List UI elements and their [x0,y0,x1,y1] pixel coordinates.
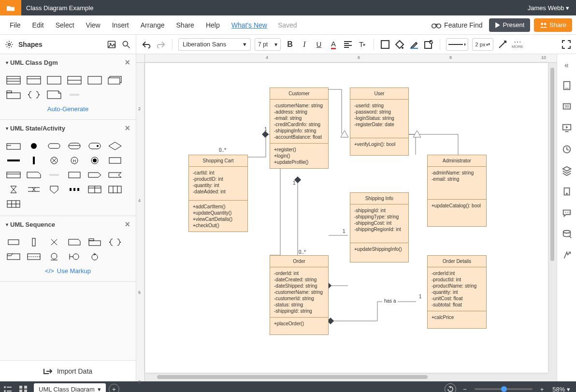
outline-view-icon[interactable] [0,386,15,392]
shape-terminate[interactable] [46,156,62,165]
shape-note[interactable] [46,90,62,100]
shape-braces[interactable] [26,90,42,100]
gear-icon[interactable] [5,40,14,49]
shape-braces2[interactable] [107,237,123,247]
menu-file[interactable]: File [4,21,27,29]
shape-boundary[interactable] [67,252,82,261]
auto-generate-link[interactable]: Auto-Generate [6,105,130,113]
history-icon[interactable] [562,144,572,155]
scrollbar-horizontal[interactable] [145,375,542,380]
shape-frame[interactable] [6,252,21,261]
shape-alt[interactable] [26,252,42,261]
shape-bar-h[interactable] [6,156,21,165]
share-button[interactable]: Share [534,18,572,32]
panel-head-class[interactable]: ▾UML Class Dgm× [0,54,136,71]
shape-options-button[interactable] [423,39,434,50]
menu-view[interactable]: View [80,21,106,29]
shape-bar-v[interactable] [26,156,42,165]
shape-rect2[interactable] [87,75,102,85]
shape[interactable] [6,237,21,247]
undo-button[interactable] [141,39,152,50]
grid-view-icon[interactable] [15,386,31,392]
shape-receive[interactable] [107,170,123,180]
shape-state3[interactable] [87,141,102,151]
shape-hourglass[interactable] [6,185,21,194]
import-data-button[interactable]: Import Data [0,360,136,381]
close-icon[interactable]: × [125,219,130,230]
fill-button[interactable] [394,39,405,50]
chat-icon[interactable] [562,208,572,218]
shape-rect[interactable] [46,75,62,85]
align-button[interactable] [343,39,353,50]
bold-button[interactable]: B [285,39,295,50]
layers-icon[interactable] [562,165,572,176]
shape-decision[interactable] [107,141,123,151]
revision-button[interactable] [445,383,456,392]
document-title[interactable]: Class Diagram Example [21,4,93,12]
shape-send[interactable] [87,170,102,180]
panel-head-sequence[interactable]: ▾UML Sequence× [0,216,136,232]
page-tab[interactable]: UML Class Diagram▾ [34,383,106,392]
shape-activation[interactable] [26,237,42,247]
text-options-button[interactable]: T▸ [357,39,368,50]
comments-icon[interactable]: 99 [562,102,572,112]
menu-arrange[interactable]: Arrange [135,21,171,29]
menu-insert[interactable]: Insert [106,21,135,29]
shape-package[interactable] [6,90,21,100]
shape-style-button[interactable] [380,39,390,50]
shape-text2[interactable] [46,170,62,180]
collapse-panel-button[interactable]: « [564,61,569,70]
search-icon[interactable] [121,40,131,49]
line-style-select[interactable] [446,38,468,51]
shape-rect4[interactable] [67,170,82,180]
menu-share[interactable]: Share [171,21,200,29]
shape-history[interactable]: H [67,156,82,165]
menu-whats-new[interactable]: What's New [226,21,273,29]
present-button[interactable]: Present [489,18,530,32]
zoom-slider[interactable] [475,388,533,390]
shape-interface[interactable] [67,75,82,85]
shape-merge[interactable] [26,185,42,194]
panel-head-state[interactable]: ▾UML State/Activity× [0,120,136,136]
close-icon[interactable]: × [125,123,130,133]
border-color-button[interactable] [409,39,419,50]
actions-icon[interactable] [562,250,572,261]
zoom-in-button[interactable]: + [537,386,547,392]
shape-control[interactable] [87,252,102,261]
shape-constraint[interactable] [67,185,82,194]
add-page-button[interactable]: + [109,384,119,392]
fullscreen-button[interactable] [562,40,571,49]
redo-button[interactable] [156,39,166,50]
app-logo[interactable] [0,0,21,15]
class-shopping-cart[interactable]: Shopping Cart -cartId: int-productID: in… [188,155,248,232]
shape-initial[interactable] [26,141,42,151]
shape-package2[interactable] [87,237,102,247]
shape-rect3[interactable] [107,156,123,165]
shape-class[interactable] [6,75,21,85]
font-select[interactable]: Liberation Sans▾ [178,38,251,51]
shape-note3[interactable] [67,237,82,247]
shape-table[interactable] [87,185,102,194]
zoom-out-button[interactable]: − [460,386,470,392]
shape-state[interactable] [46,141,62,151]
zoom-level[interactable]: 58% ▾ [547,386,576,392]
underline-button[interactable]: U [314,39,324,50]
shape-state2[interactable] [67,141,82,151]
user-menu[interactable]: James Webb ▾ [528,4,576,12]
menu-help[interactable]: Help [200,21,226,29]
shape[interactable] [6,170,21,180]
class-order[interactable]: Order -orderId: int-dateCreated: string-… [270,255,329,335]
more-button[interactable]: ⋯MORE [512,40,523,49]
shape-note2[interactable] [26,170,42,180]
shape-final[interactable] [87,156,102,165]
class-order-details[interactable]: Order Details -orderId:int-productId: in… [427,255,487,329]
master-pages-icon[interactable] [562,187,572,197]
class-customer[interactable]: Customer -customerName: string-address: … [270,87,329,169]
class-administrator[interactable]: Administrator -adminName: string-email: … [427,155,487,227]
menu-select[interactable]: Select [50,21,80,29]
menu-edit[interactable]: Edit [27,21,50,29]
line-options-button[interactable] [497,39,508,50]
class-shipping-info[interactable]: Shipping Info -shippingId: int-shippingT… [350,192,409,262]
use-markup-link[interactable]: </>Use Markup [6,267,130,275]
shape-partition[interactable] [107,185,123,194]
